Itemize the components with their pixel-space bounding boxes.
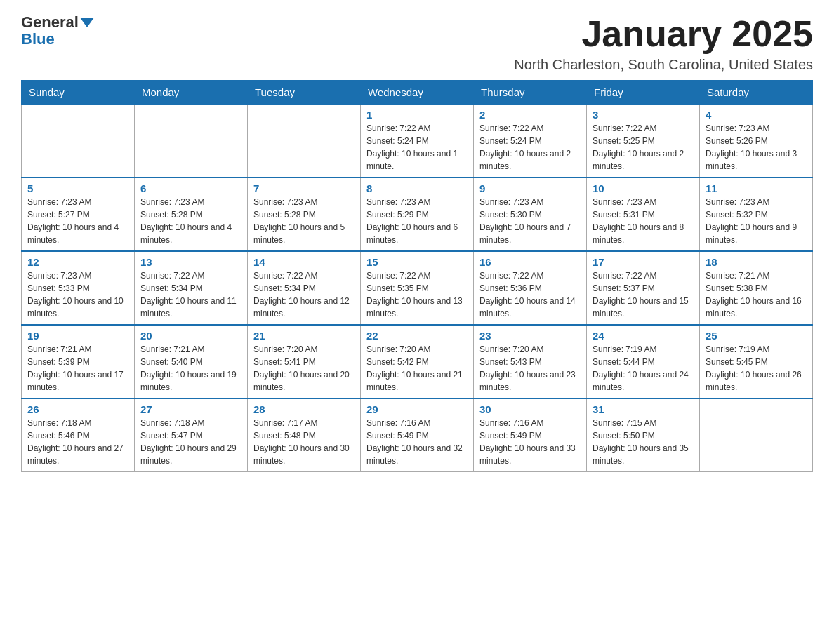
calendar-week-row: 26 Sunrise: 7:18 AMSunset: 5:46 PMDaylig… (22, 398, 813, 472)
day-number: 6 (140, 182, 241, 194)
day-info: Sunrise: 7:23 AMSunset: 5:33 PMDaylight:… (27, 271, 124, 318)
calendar-week-row: 5 Sunrise: 7:23 AMSunset: 5:27 PMDayligh… (22, 177, 813, 251)
logo-triangle-icon (80, 18, 94, 27)
logo-blue-text: Blue (21, 31, 55, 48)
day-info: Sunrise: 7:21 AMSunset: 5:39 PMDaylight:… (27, 344, 124, 392)
logo: General Blue (21, 14, 94, 48)
weekday-header-row: Sunday Monday Tuesday Wednesday Thursday… (22, 81, 813, 105)
day-number: 18 (706, 256, 807, 268)
table-row: 23 Sunrise: 7:20 AMSunset: 5:43 PMDaylig… (474, 325, 587, 398)
day-number: 14 (253, 256, 355, 268)
month-title: January 2025 (514, 14, 813, 54)
title-area: January 2025 North Charleston, South Car… (514, 14, 813, 73)
day-info: Sunrise: 7:20 AMSunset: 5:43 PMDaylight:… (479, 344, 576, 392)
calendar-week-row: 12 Sunrise: 7:23 AMSunset: 5:33 PMDaylig… (22, 251, 813, 325)
table-row: 12 Sunrise: 7:23 AMSunset: 5:33 PMDaylig… (22, 251, 135, 325)
day-info: Sunrise: 7:22 AMSunset: 5:34 PMDaylight:… (140, 271, 237, 318)
day-number: 20 (140, 330, 241, 342)
day-info: Sunrise: 7:22 AMSunset: 5:24 PMDaylight:… (366, 123, 458, 171)
table-row: 17 Sunrise: 7:22 AMSunset: 5:37 PMDaylig… (587, 251, 700, 325)
table-row: 11 Sunrise: 7:23 AMSunset: 5:32 PMDaylig… (700, 177, 813, 251)
day-number: 17 (593, 256, 694, 268)
day-info: Sunrise: 7:22 AMSunset: 5:25 PMDaylight:… (593, 123, 684, 171)
day-info: Sunrise: 7:15 AMSunset: 5:50 PMDaylight:… (593, 418, 689, 466)
day-info: Sunrise: 7:22 AMSunset: 5:34 PMDaylight:… (253, 271, 350, 318)
day-info: Sunrise: 7:23 AMSunset: 5:30 PMDaylight:… (479, 197, 571, 245)
day-info: Sunrise: 7:22 AMSunset: 5:36 PMDaylight:… (479, 271, 576, 318)
table-row: 15 Sunrise: 7:22 AMSunset: 5:35 PMDaylig… (361, 251, 474, 325)
table-row: 19 Sunrise: 7:21 AMSunset: 5:39 PMDaylig… (22, 325, 135, 398)
day-number: 4 (706, 109, 807, 121)
day-info: Sunrise: 7:16 AMSunset: 5:49 PMDaylight:… (366, 418, 463, 466)
day-number: 13 (140, 256, 241, 268)
table-row: 4 Sunrise: 7:23 AMSunset: 5:26 PMDayligh… (700, 105, 813, 178)
table-row: 3 Sunrise: 7:22 AMSunset: 5:25 PMDayligh… (587, 105, 700, 178)
table-row: 21 Sunrise: 7:20 AMSunset: 5:41 PMDaylig… (248, 325, 361, 398)
day-number: 27 (140, 403, 241, 415)
header-thursday: Thursday (474, 81, 587, 105)
table-row: 14 Sunrise: 7:22 AMSunset: 5:34 PMDaylig… (248, 251, 361, 325)
table-row: 10 Sunrise: 7:23 AMSunset: 5:31 PMDaylig… (587, 177, 700, 251)
day-number: 31 (593, 403, 694, 415)
table-row: 30 Sunrise: 7:16 AMSunset: 5:49 PMDaylig… (474, 398, 587, 472)
day-number: 16 (479, 256, 581, 268)
day-info: Sunrise: 7:20 AMSunset: 5:42 PMDaylight:… (366, 344, 463, 392)
day-info: Sunrise: 7:22 AMSunset: 5:24 PMDaylight:… (479, 123, 571, 171)
day-number: 28 (253, 403, 355, 415)
table-row: 13 Sunrise: 7:22 AMSunset: 5:34 PMDaylig… (135, 251, 248, 325)
day-number: 9 (479, 182, 581, 194)
day-info: Sunrise: 7:20 AMSunset: 5:41 PMDaylight:… (253, 344, 350, 392)
day-info: Sunrise: 7:23 AMSunset: 5:29 PMDaylight:… (366, 197, 458, 245)
table-row: 20 Sunrise: 7:21 AMSunset: 5:40 PMDaylig… (135, 325, 248, 398)
day-number: 22 (366, 330, 468, 342)
header-wednesday: Wednesday (361, 81, 474, 105)
day-info: Sunrise: 7:19 AMSunset: 5:45 PMDaylight:… (706, 344, 802, 392)
day-info: Sunrise: 7:18 AMSunset: 5:46 PMDaylight:… (27, 418, 124, 466)
table-row: 1 Sunrise: 7:22 AMSunset: 5:24 PMDayligh… (361, 105, 474, 178)
day-number: 25 (706, 330, 807, 342)
table-row (135, 105, 248, 178)
table-row: 26 Sunrise: 7:18 AMSunset: 5:46 PMDaylig… (22, 398, 135, 472)
day-info: Sunrise: 7:23 AMSunset: 5:31 PMDaylight:… (593, 197, 684, 245)
day-number: 26 (27, 403, 128, 415)
day-number: 23 (479, 330, 581, 342)
day-number: 3 (593, 109, 694, 121)
header-sunday: Sunday (22, 81, 135, 105)
day-number: 30 (479, 403, 581, 415)
calendar-week-row: 1 Sunrise: 7:22 AMSunset: 5:24 PMDayligh… (22, 105, 813, 178)
day-number: 8 (366, 182, 468, 194)
table-row: 28 Sunrise: 7:17 AMSunset: 5:48 PMDaylig… (248, 398, 361, 472)
day-number: 1 (366, 109, 468, 121)
table-row: 8 Sunrise: 7:23 AMSunset: 5:29 PMDayligh… (361, 177, 474, 251)
day-info: Sunrise: 7:23 AMSunset: 5:26 PMDaylight:… (706, 123, 797, 171)
day-info: Sunrise: 7:18 AMSunset: 5:47 PMDaylight:… (140, 418, 237, 466)
page-header: General Blue January 2025 North Charlest… (21, 14, 813, 73)
table-row: 22 Sunrise: 7:20 AMSunset: 5:42 PMDaylig… (361, 325, 474, 398)
day-info: Sunrise: 7:16 AMSunset: 5:49 PMDaylight:… (479, 418, 576, 466)
table-row: 29 Sunrise: 7:16 AMSunset: 5:49 PMDaylig… (361, 398, 474, 472)
calendar-week-row: 19 Sunrise: 7:21 AMSunset: 5:39 PMDaylig… (22, 325, 813, 398)
table-row: 31 Sunrise: 7:15 AMSunset: 5:50 PMDaylig… (587, 398, 700, 472)
day-number: 5 (27, 182, 128, 194)
day-info: Sunrise: 7:17 AMSunset: 5:48 PMDaylight:… (253, 418, 350, 466)
day-number: 2 (479, 109, 581, 121)
day-number: 12 (27, 256, 128, 268)
table-row (700, 398, 813, 472)
location-title: North Charleston, South Carolina, United… (514, 57, 813, 73)
table-row: 7 Sunrise: 7:23 AMSunset: 5:28 PMDayligh… (248, 177, 361, 251)
logo-general-text: General (21, 14, 79, 31)
header-saturday: Saturday (700, 81, 813, 105)
day-info: Sunrise: 7:23 AMSunset: 5:28 PMDaylight:… (253, 197, 345, 245)
day-info: Sunrise: 7:19 AMSunset: 5:44 PMDaylight:… (593, 344, 689, 392)
header-friday: Friday (587, 81, 700, 105)
day-number: 29 (366, 403, 468, 415)
table-row: 24 Sunrise: 7:19 AMSunset: 5:44 PMDaylig… (587, 325, 700, 398)
header-tuesday: Tuesday (248, 81, 361, 105)
table-row (22, 105, 135, 178)
table-row: 25 Sunrise: 7:19 AMSunset: 5:45 PMDaylig… (700, 325, 813, 398)
day-info: Sunrise: 7:21 AMSunset: 5:38 PMDaylight:… (706, 271, 802, 318)
day-number: 15 (366, 256, 468, 268)
table-row (248, 105, 361, 178)
table-row: 5 Sunrise: 7:23 AMSunset: 5:27 PMDayligh… (22, 177, 135, 251)
day-number: 11 (706, 182, 807, 194)
